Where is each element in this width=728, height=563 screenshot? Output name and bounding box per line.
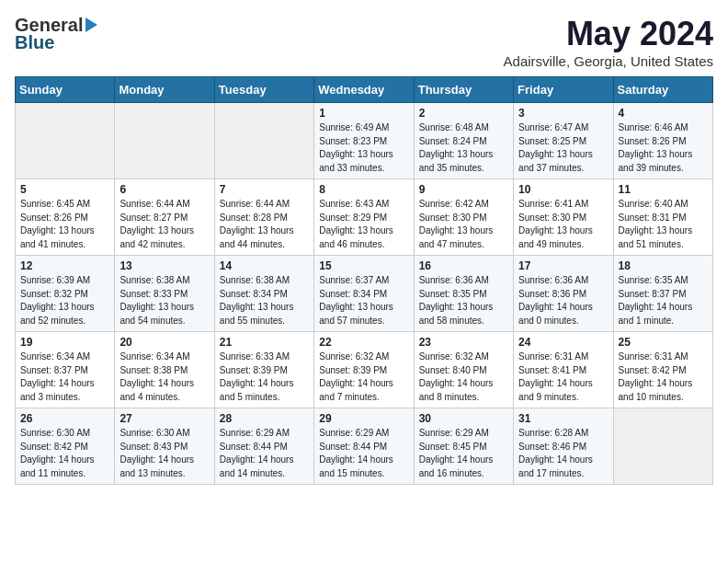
calendar-cell: 26Sunrise: 6:30 AMSunset: 8:42 PMDayligh…: [16, 408, 115, 485]
day-info-line: Sunset: 8:32 PM: [20, 289, 88, 299]
day-info-line: Daylight: 13 hours: [220, 302, 294, 312]
day-info-line: and 5 minutes.: [220, 392, 280, 402]
calendar-cell: [613, 408, 712, 485]
day-number: 24: [518, 336, 608, 349]
day-info-line: and 39 minutes.: [619, 163, 684, 173]
day-info: Sunrise: 6:29 AMSunset: 8:44 PMDaylight:…: [319, 427, 408, 480]
day-info-line: and 9 minutes.: [518, 392, 579, 402]
day-info: Sunrise: 6:36 AMSunset: 8:36 PMDaylight:…: [518, 274, 608, 327]
day-number: 3: [518, 107, 608, 120]
day-number: 14: [220, 259, 309, 272]
weekday-header-friday: Friday: [514, 77, 613, 103]
day-info-line: Sunrise: 6:42 AM: [419, 199, 489, 209]
day-number: 6: [119, 183, 209, 196]
calendar-cell: 18Sunrise: 6:35 AMSunset: 8:37 PMDayligh…: [613, 256, 712, 332]
day-info-line: Daylight: 14 hours: [20, 454, 95, 465]
day-info-line: Sunset: 8:44 PM: [319, 442, 387, 452]
day-info-line: Sunset: 8:43 PM: [119, 442, 188, 452]
calendar-cell: 13Sunrise: 6:38 AMSunset: 8:33 PMDayligh…: [115, 256, 214, 332]
day-number: 23: [419, 336, 508, 349]
day-info: Sunrise: 6:44 AMSunset: 8:27 PMDaylight:…: [119, 198, 209, 251]
day-number: 19: [20, 336, 109, 349]
day-info-line: Sunset: 8:36 PM: [518, 289, 586, 299]
day-info: Sunrise: 6:32 AMSunset: 8:40 PMDaylight:…: [419, 350, 508, 404]
calendar-cell: 6Sunrise: 6:44 AMSunset: 8:27 PMDaylight…: [115, 179, 214, 256]
title-area: May 2024 Adairsville, Georgia, United St…: [504, 15, 713, 69]
day-info: Sunrise: 6:44 AMSunset: 8:28 PMDaylight:…: [220, 198, 309, 251]
calendar-week-row: 19Sunrise: 6:34 AMSunset: 8:37 PMDayligh…: [16, 332, 713, 408]
day-info-line: Sunset: 8:37 PM: [20, 365, 88, 375]
weekday-header-thursday: Thursday: [414, 77, 513, 103]
calendar-cell: 22Sunrise: 6:32 AMSunset: 8:39 PMDayligh…: [314, 332, 414, 408]
day-info-line: Daylight: 13 hours: [419, 149, 494, 159]
day-info: Sunrise: 6:34 AMSunset: 8:37 PMDaylight:…: [20, 350, 109, 404]
day-info-line: and 33 minutes.: [319, 163, 384, 173]
day-info-line: and 49 minutes.: [518, 239, 584, 249]
day-info: Sunrise: 6:41 AMSunset: 8:30 PMDaylight:…: [518, 198, 608, 251]
day-number: 16: [419, 259, 508, 272]
day-info-line: and 4 minutes.: [119, 392, 180, 402]
day-info-line: and 46 minutes.: [319, 239, 384, 249]
day-info-line: Sunrise: 6:36 AM: [518, 275, 588, 285]
day-number: 17: [518, 259, 608, 272]
day-number: 1: [319, 107, 408, 120]
calendar-table: SundayMondayTuesdayWednesdayThursdayFrid…: [15, 76, 713, 485]
calendar-cell: 27Sunrise: 6:30 AMSunset: 8:43 PMDayligh…: [115, 408, 214, 485]
day-info-line: and 0 minutes.: [518, 316, 579, 326]
day-info-line: Sunset: 8:29 PM: [319, 213, 387, 223]
calendar-cell: 4Sunrise: 6:46 AMSunset: 8:26 PMDaylight…: [613, 103, 712, 179]
day-info-line: Sunrise: 6:40 AM: [619, 199, 688, 209]
calendar-cell: 1Sunrise: 6:49 AMSunset: 8:23 PMDaylight…: [314, 103, 414, 179]
day-number: 2: [419, 107, 508, 120]
day-info: Sunrise: 6:38 AMSunset: 8:34 PMDaylight:…: [220, 274, 309, 327]
day-info: Sunrise: 6:46 AMSunset: 8:26 PMDaylight:…: [619, 121, 708, 175]
day-info: Sunrise: 6:34 AMSunset: 8:38 PMDaylight:…: [119, 350, 209, 404]
calendar-cell: 8Sunrise: 6:43 AMSunset: 8:29 PMDaylight…: [314, 179, 414, 256]
day-info-line: Sunrise: 6:30 AM: [119, 428, 189, 438]
day-info-line: Daylight: 14 hours: [419, 454, 494, 465]
day-info-line: Daylight: 14 hours: [319, 454, 393, 465]
day-info-line: Daylight: 14 hours: [518, 302, 593, 312]
calendar-cell: 11Sunrise: 6:40 AMSunset: 8:31 PMDayligh…: [613, 179, 712, 256]
day-info-line: Sunrise: 6:28 AM: [518, 428, 588, 438]
weekday-header-tuesday: Tuesday: [214, 77, 313, 103]
calendar-cell: 21Sunrise: 6:33 AMSunset: 8:39 PMDayligh…: [214, 332, 313, 408]
day-info-line: and 35 minutes.: [419, 163, 484, 173]
day-info-line: Sunset: 8:28 PM: [220, 213, 288, 223]
weekday-header-monday: Monday: [115, 77, 214, 103]
day-info-line: Sunset: 8:26 PM: [619, 136, 687, 146]
day-info-line: Sunrise: 6:37 AM: [319, 275, 389, 285]
day-info-line: Sunset: 8:39 PM: [220, 365, 288, 375]
day-info-line: Sunrise: 6:47 AM: [518, 122, 588, 132]
calendar-cell: 19Sunrise: 6:34 AMSunset: 8:37 PMDayligh…: [16, 332, 115, 408]
day-number: 22: [319, 336, 408, 349]
day-info-line: Sunset: 8:24 PM: [419, 136, 487, 146]
day-info-line: and 7 minutes.: [319, 392, 380, 402]
calendar-cell: [214, 103, 313, 179]
calendar-cell: 30Sunrise: 6:29 AMSunset: 8:45 PMDayligh…: [414, 408, 513, 485]
day-info: Sunrise: 6:47 AMSunset: 8:25 PMDaylight:…: [518, 121, 608, 175]
day-number: 30: [419, 412, 508, 425]
logo-icon: [85, 17, 97, 32]
day-info-line: Daylight: 14 hours: [220, 454, 294, 465]
day-info-line: Sunset: 8:25 PM: [518, 136, 586, 146]
day-number: 21: [220, 336, 309, 349]
day-info-line: and 10 minutes.: [619, 392, 684, 402]
day-info-line: Daylight: 13 hours: [419, 225, 494, 236]
day-info-line: Sunset: 8:33 PM: [119, 289, 188, 299]
calendar-cell: 31Sunrise: 6:28 AMSunset: 8:46 PMDayligh…: [514, 408, 613, 485]
day-info: Sunrise: 6:29 AMSunset: 8:44 PMDaylight:…: [220, 427, 309, 480]
day-info-line: and 8 minutes.: [419, 392, 480, 402]
day-number: 31: [518, 412, 608, 425]
day-info-line: and 3 minutes.: [20, 392, 81, 402]
day-info-line: Daylight: 13 hours: [119, 302, 194, 312]
day-info: Sunrise: 6:28 AMSunset: 8:46 PMDaylight:…: [518, 427, 608, 480]
calendar-cell: 7Sunrise: 6:44 AMSunset: 8:28 PMDaylight…: [214, 179, 313, 256]
day-info-line: Sunset: 8:34 PM: [319, 289, 387, 299]
calendar-cell: 28Sunrise: 6:29 AMSunset: 8:44 PMDayligh…: [214, 408, 313, 485]
day-info: Sunrise: 6:48 AMSunset: 8:24 PMDaylight:…: [419, 121, 508, 175]
day-info-line: Sunrise: 6:34 AM: [119, 351, 189, 362]
day-info-line: Sunrise: 6:30 AM: [20, 428, 90, 438]
day-info: Sunrise: 6:38 AMSunset: 8:33 PMDaylight:…: [119, 274, 209, 327]
day-info: Sunrise: 6:35 AMSunset: 8:37 PMDaylight:…: [619, 274, 708, 327]
